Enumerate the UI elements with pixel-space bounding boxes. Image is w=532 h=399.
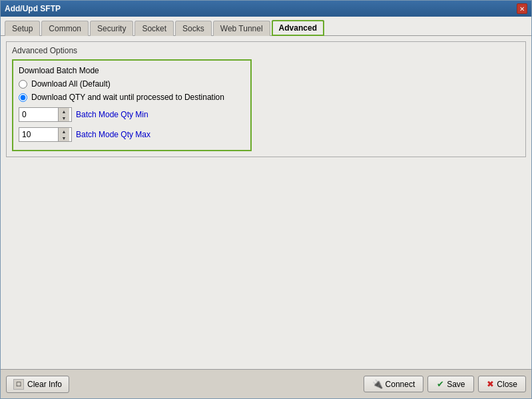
spin-min-input[interactable] (19, 108, 58, 121)
tab-advanced[interactable]: Advanced (272, 20, 324, 36)
clear-icon: ☐ (13, 379, 24, 390)
spin-min-row: ▲ ▼ Batch Mode Qty Min (19, 107, 245, 122)
footer-right: 🔌 Connect ✔ Save ✖ Close (364, 376, 526, 392)
close-button[interactable]: ✖ Close (478, 376, 526, 392)
spin-min-label: Batch Mode Qty Min (76, 110, 148, 119)
tab-web-tunnel[interactable]: Web Tunnel (213, 21, 270, 36)
spin-max-up-button[interactable]: ▲ (59, 128, 69, 135)
advanced-options-title: Advanced Options (12, 46, 520, 55)
tab-setup[interactable]: Setup (5, 21, 40, 36)
batch-mode-title: Download Batch Mode (19, 66, 245, 75)
radio-row-download-all: Download All (Default) (19, 79, 245, 89)
footer-left: ☐ Clear Info (6, 376, 364, 393)
save-icon: ✔ (437, 379, 444, 389)
radio-download-qty[interactable] (19, 93, 27, 102)
connect-button[interactable]: 🔌 Connect (364, 376, 424, 392)
tab-socks[interactable]: Socks (175, 21, 212, 36)
radio-download-qty-label[interactable]: Download QTY and wait until processed to… (31, 93, 224, 102)
content-area: Advanced Options Download Batch Mode Dow… (1, 36, 531, 369)
save-label: Save (447, 380, 465, 389)
close-icon: ✖ (487, 379, 494, 389)
tab-socket[interactable]: Socket (134, 21, 174, 36)
radio-row-download-qty: Download QTY and wait until processed to… (19, 93, 245, 102)
clear-info-label: Clear Info (27, 380, 62, 389)
footer: ☐ Clear Info 🔌 Connect ✔ Save ✖ Close (1, 369, 531, 398)
advanced-options-group: Advanced Options Download Batch Mode Dow… (6, 41, 526, 157)
spin-max-down-button[interactable]: ▼ (59, 135, 69, 141)
radio-download-all-label[interactable]: Download All (Default) (31, 79, 111, 89)
spin-max-container: ▲ ▼ (19, 127, 72, 142)
tab-security[interactable]: Security (90, 21, 133, 36)
tab-common[interactable]: Common (41, 21, 89, 36)
spin-max-buttons: ▲ ▼ (58, 128, 69, 141)
spin-min-up-button[interactable]: ▲ (59, 108, 69, 115)
title-bar: Add/Upd SFTP ✕ (1, 1, 531, 17)
spin-max-input[interactable] (19, 128, 58, 141)
tab-bar: Setup Common Security Socket Socks Web T… (1, 17, 531, 36)
radio-download-all[interactable] (19, 80, 27, 89)
window-close-button[interactable]: ✕ (517, 3, 527, 14)
close-label: Close (497, 380, 517, 389)
spin-max-label: Batch Mode Qty Max (76, 130, 150, 139)
spin-min-down-button[interactable]: ▼ (59, 115, 69, 121)
connect-label: Connect (386, 380, 415, 389)
connect-icon: 🔌 (372, 379, 383, 389)
main-window: Add/Upd SFTP ✕ Setup Common Security Soc… (0, 0, 532, 399)
window-title: Add/Upd SFTP (5, 4, 61, 13)
spin-min-buttons: ▲ ▼ (58, 108, 69, 121)
save-button[interactable]: ✔ Save (427, 376, 474, 392)
download-batch-mode-group: Download Batch Mode Download All (Defaul… (12, 59, 252, 151)
clear-info-button[interactable]: ☐ Clear Info (6, 376, 69, 393)
spin-max-row: ▲ ▼ Batch Mode Qty Max (19, 127, 245, 142)
spin-min-container: ▲ ▼ (19, 107, 72, 122)
